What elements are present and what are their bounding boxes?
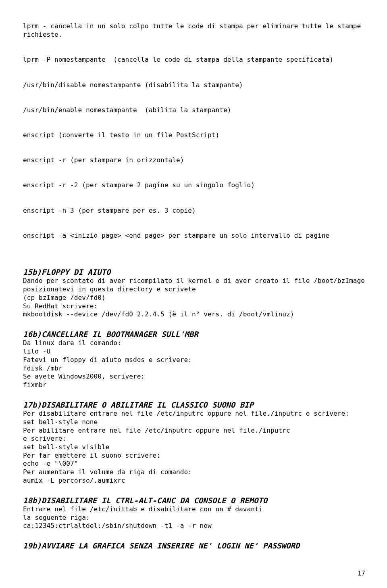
text-line: Dando per scontato di aver ricompilato i…: [23, 277, 367, 293]
text-line: e scrivere:: [23, 435, 367, 443]
text-line: (cp bzImage /dev/fd0): [23, 294, 367, 302]
section-14-commands: lprm - cancella in un solo colpo tutte l…: [23, 6, 367, 257]
section-16: 16b)CANCELLARE IL BOOTMANAGER SULL'MBR D…: [23, 329, 367, 389]
section-19: 19b)AVVIARE LA GRAFICA SENZA INSERIRE NE…: [23, 541, 367, 550]
text-line: Per disabilitare entrare nel file /etc/i…: [23, 410, 367, 418]
text-line: set bell-style visible: [23, 443, 367, 452]
text-line: Per abilitare entrare nel file /etc/inpu…: [23, 427, 367, 435]
text-line: enscript -r (per stampare in orizzontale…: [23, 156, 367, 165]
text-line: mkbootdisk --device /dev/fd0 2.2.4.5 (è …: [23, 310, 367, 319]
text-line: /usr/bin/enable nomestampante (abilita l…: [23, 106, 367, 115]
section-17: 17b)DISABILITARE O ABILITARE IL CLASSICO…: [23, 400, 367, 485]
text-line: Per aumentare il volume da riga di coman…: [23, 468, 367, 477]
section-15-heading: 15b)FLOPPY DI AIUTO: [23, 267, 367, 277]
section-19-heading: 19b)AVVIARE LA GRAFICA SENZA INSERIRE NE…: [23, 541, 367, 550]
text-line: la seguente riga:: [23, 514, 367, 522]
text-line: Se avete Windows2000, scrivere:: [23, 372, 367, 381]
text-line: fdisk /mbr: [23, 364, 367, 373]
text-line: Fatevi un floppy di aiuto msdos e scrive…: [23, 356, 367, 364]
text-line: aumix -L percorso/.aumixrc: [23, 477, 367, 485]
text-line: Da linux dare il comando:: [23, 339, 367, 347]
text-line: echo -e "\007": [23, 460, 367, 468]
text-line: lprm - cancella in un solo colpo tutte l…: [23, 22, 367, 39]
text-line: enscript -r -2 (per stampare 2 pagine su…: [23, 181, 367, 190]
section-18-heading: 18b)DISABILITARE IL CTRL-ALT-CANC DA CON…: [23, 496, 367, 505]
text-line: lilo -U: [23, 347, 367, 356]
document-page: lprm - cancella in un solo colpo tutte l…: [0, 0, 387, 588]
text-line: enscript -a <inizio page> <end page> per…: [23, 232, 367, 240]
section-16-heading: 16b)CANCELLARE IL BOOTMANAGER SULL'MBR: [23, 329, 367, 339]
text-line: /usr/bin/disable nomestampante (disabili…: [23, 81, 367, 90]
text-line: set bell-style none: [23, 418, 367, 427]
text-line: ca:12345:ctrlaltdel:/sbin/shutdown -t1 -…: [23, 522, 367, 530]
section-17-heading: 17b)DISABILITARE O ABILITARE IL CLASSICO…: [23, 400, 367, 410]
text-line: enscript -n 3 (per stampare per es. 3 co…: [23, 207, 367, 215]
text-line: fixmbr: [23, 381, 367, 389]
text-line: lprm -P nomestampante (cancella le code …: [23, 56, 367, 64]
text-line: enscript (converte il testo in un file P…: [23, 131, 367, 140]
page-number: 17: [358, 569, 365, 578]
text-line: Per far emettere il suono scrivere:: [23, 452, 367, 460]
text-line: Entrare nel file /etc/inittab e disabili…: [23, 505, 367, 514]
section-18: 18b)DISABILITARE IL CTRL-ALT-CANC DA CON…: [23, 496, 367, 531]
text-line: Su RedHat scrivere:: [23, 302, 367, 311]
section-15: 15b)FLOPPY DI AIUTO Dando per scontato d…: [23, 267, 367, 319]
